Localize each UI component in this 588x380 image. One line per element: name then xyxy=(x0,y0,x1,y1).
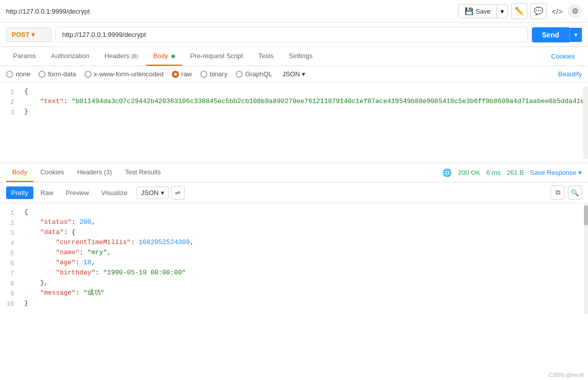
response-scrollbar[interactable] xyxy=(584,203,588,314)
tabs-right: Cookies xyxy=(544,53,582,60)
response-status-row: 🌐 200 OK 6 ms 261 B Save Response ▾ xyxy=(442,168,582,177)
request-body-editor: 1 2 3 { "text": "b011494da3c07c29442b420… xyxy=(0,82,588,163)
request-tabs-row: Params Authorization Headers (8) Body Pr… xyxy=(0,47,588,66)
response-code-content[interactable]: { "status": 200, "data": { "currentTimeM… xyxy=(20,207,588,310)
tab-params[interactable]: Params xyxy=(6,47,43,66)
edit-icon-button[interactable]: ✏️ xyxy=(511,3,527,19)
request-code-line-2: "text": "b011494da3c07c29442b420363106c3… xyxy=(24,97,579,107)
radio-raw-dot xyxy=(172,71,179,78)
response-tab-body[interactable]: Body xyxy=(6,163,33,182)
beautify-button[interactable]: Beautify xyxy=(558,70,582,78)
response-tools: ⧉ 🔍 xyxy=(551,185,582,200)
radio-urlencoded[interactable]: x-www-form-urlencoded xyxy=(84,70,164,78)
save-button[interactable]: 💾 Save xyxy=(459,5,497,18)
send-btn-group: Send ▾ xyxy=(532,27,582,42)
floppy-icon: 💾 xyxy=(465,7,473,15)
body-dot xyxy=(171,55,175,58)
response-tab-headers[interactable]: Headers (3) xyxy=(71,163,118,182)
request-line-numbers: 1 2 3 xyxy=(0,86,20,159)
format-tab-preview[interactable]: Preview xyxy=(61,186,94,199)
response-scrollbar-thumb xyxy=(584,205,588,225)
url-input[interactable] xyxy=(56,27,528,42)
resp-line-1: { xyxy=(24,207,584,217)
cookies-link[interactable]: Cookies xyxy=(544,48,582,65)
radio-graphql[interactable]: GraphQL xyxy=(236,70,272,78)
json-format-selector[interactable]: JSON ▾ xyxy=(282,70,305,78)
tab-body[interactable]: Body xyxy=(146,47,182,66)
response-body: 1 2 3 4 5 6 7 8 9 10 { "status": 200, "d… xyxy=(0,203,588,314)
send-chevron-button[interactable]: ▾ xyxy=(569,28,582,42)
response-tab-test-results[interactable]: Test Results xyxy=(119,163,167,182)
response-line-numbers: 1 2 3 4 5 6 7 8 9 10 xyxy=(0,207,20,310)
search-button[interactable]: 🔍 xyxy=(568,185,582,200)
response-size: 261 B xyxy=(507,169,524,176)
status-code: 200 OK xyxy=(458,169,480,176)
comment-icon-button[interactable]: 💬 xyxy=(530,3,547,19)
request-code-line-1: { xyxy=(24,86,579,97)
format-tab-pretty[interactable]: Pretty xyxy=(6,186,33,199)
settings-float-button[interactable]: ⚙ xyxy=(568,4,582,18)
body-options-row: none form-data x-www-form-urlencoded raw… xyxy=(0,66,588,82)
response-tabs-row: Body Cookies Headers (3) Test Results 🌐 … xyxy=(0,163,588,182)
radio-form-data-dot xyxy=(38,71,46,78)
top-bar-url: http://127.0.0.1:9999/decrypt xyxy=(6,8,90,15)
resp-line-8: }, xyxy=(24,278,584,288)
tab-settings[interactable]: Settings xyxy=(282,47,320,66)
response-tab-cookies[interactable]: Cookies xyxy=(34,163,70,182)
request-code-line-3: } xyxy=(24,107,579,117)
resp-line-4: "currentTimeMillis": 1682052524309, xyxy=(24,238,584,248)
save-btn-group: 💾 Save ▾ xyxy=(458,4,509,18)
method-select[interactable]: POST ▾ xyxy=(6,27,52,42)
resp-line-6: "age": 18, xyxy=(24,258,584,268)
code-view-button[interactable]: </> xyxy=(550,5,565,18)
resp-line-3: "data": { xyxy=(24,227,584,238)
headers-badge: (8) xyxy=(131,53,138,59)
wrap-icon-button[interactable]: ⇌ xyxy=(171,186,185,200)
radio-binary-dot xyxy=(200,71,207,78)
request-bar: POST ▾ Send ▾ xyxy=(0,23,588,47)
request-scrollbar[interactable] xyxy=(583,86,588,159)
save-response-button[interactable]: Save Response ▾ xyxy=(530,169,582,176)
tab-pre-request[interactable]: Pre-request Script xyxy=(183,47,250,66)
radio-graphql-dot xyxy=(236,71,243,78)
response-format-row: Pretty Raw Preview Visualize JSON ▾ ⇌ ⧉ … xyxy=(0,182,588,203)
radio-binary[interactable]: binary xyxy=(200,70,228,78)
top-bar: http://127.0.0.1:9999/decrypt 💾 Save ▾ ✏… xyxy=(0,0,588,23)
resp-line-10: } xyxy=(24,298,584,308)
response-format-dropdown[interactable]: JSON ▾ xyxy=(137,186,169,199)
save-chevron-button[interactable]: ▾ xyxy=(496,5,508,18)
radio-form-data[interactable]: form-data xyxy=(38,70,76,78)
globe-icon: 🌐 xyxy=(442,168,452,177)
response-time: 6 ms xyxy=(486,169,501,176)
copy-button[interactable]: ⧉ xyxy=(551,185,565,200)
resp-line-9: "message": "成功" xyxy=(24,288,584,298)
format-tab-raw[interactable]: Raw xyxy=(35,186,59,199)
radio-none[interactable]: none xyxy=(6,70,30,78)
resp-line-7: "birthday": "1990-05-19 00:00:00" xyxy=(24,268,584,278)
resp-line-2: "status": 200, xyxy=(24,217,584,227)
send-button[interactable]: Send xyxy=(532,27,569,42)
tab-headers[interactable]: Headers (8) xyxy=(98,47,145,66)
tab-tests[interactable]: Tests xyxy=(251,47,281,66)
radio-urlencoded-dot xyxy=(84,71,92,78)
radio-raw[interactable]: raw xyxy=(172,70,192,78)
request-code-content[interactable]: { "text": "b011494da3c07c29442b420363106… xyxy=(20,86,583,159)
resp-line-5: "name": "mry", xyxy=(24,248,584,258)
tab-authorization[interactable]: Authorization xyxy=(44,47,97,66)
radio-none-dot xyxy=(6,71,13,78)
top-bar-actions: 💾 Save ▾ ✏️ 💬 </> ⚙ xyxy=(458,3,582,19)
format-tab-visualize[interactable]: Visualize xyxy=(96,186,132,199)
